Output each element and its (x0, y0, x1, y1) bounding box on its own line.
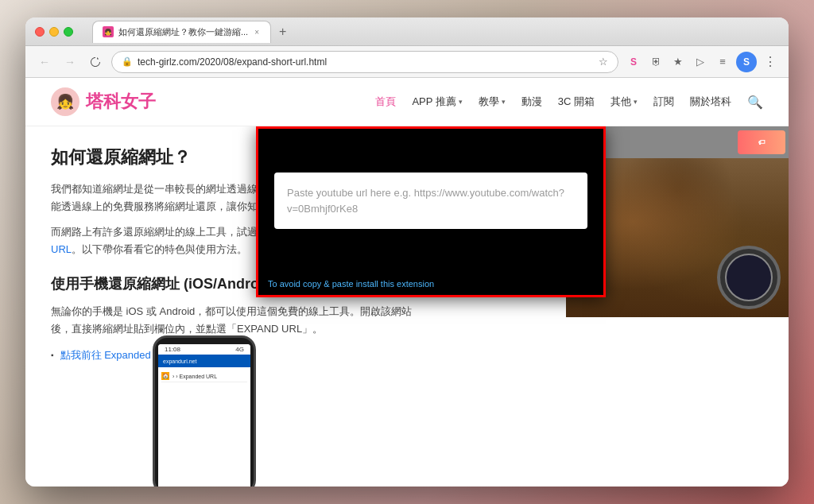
section-para: 無論你的手機是 iOS 或 Android，都可以使用這個免費的線上工具。開啟該… (51, 303, 432, 338)
extension-link[interactable]: To avoid copy & paste install this exten… (268, 279, 434, 289)
forward-button[interactable]: → (60, 52, 79, 72)
site-logo: 👧 塔科女子 (51, 87, 156, 116)
phone-home-row: 🏠 › › Expanded URL (161, 370, 247, 382)
tab-bar: 👧 如何還原縮網址？教你一鍵游縮... × + (92, 21, 291, 43)
popup-footer: To avoid copy & paste install this exten… (258, 273, 603, 295)
star-icon[interactable]: ☆ (599, 56, 608, 68)
nav-3c[interactable]: 3C 開箱 (558, 95, 595, 109)
url-text: tech-girlz.com/2020/08/expand-short-url.… (138, 56, 594, 68)
close-button[interactable] (35, 27, 45, 37)
nav-other[interactable]: 其他 ▾ (610, 95, 638, 109)
popup-input-placeholder[interactable]: Paste youtube url here e.g. https://www.… (287, 185, 575, 216)
reload-button[interactable] (86, 52, 105, 72)
site-header: 👧 塔科女子 首頁 APP 推薦 ▾ 教學 ▾ 動漫 3C 開箱 其他 ▾ 訂閱… (25, 78, 789, 126)
phone-home-icon: 🏠 (161, 372, 169, 380)
nav-anime[interactable]: 動漫 (521, 95, 542, 109)
browser-window: 👧 如何還原縮網址？教你一鍵游縮... × + ← → 🔒 tech-girlz… (25, 17, 789, 487)
phone-signal: 4G (235, 346, 244, 353)
watch-image (717, 246, 781, 309)
phone-screen: 11:08 4G expandurl.net 🏠 › › Expanded UR… (158, 344, 250, 487)
phone-mockup: 11:08 4G expandurl.net 🏠 › › Expanded UR… (153, 335, 256, 487)
nav-tutorial[interactable]: 教學 ▾ (479, 95, 506, 109)
youtube-popup[interactable]: Paste youtube url here e.g. https://www.… (256, 126, 606, 297)
traffic-lights (35, 27, 73, 37)
url-link[interactable]: URL (51, 243, 72, 255)
profile-avatar[interactable]: S (736, 52, 757, 72)
address-bar: ← → 🔒 tech-girlz.com/2020/08/expand-shor… (25, 46, 789, 78)
extensions-icon[interactable]: S (625, 53, 642, 71)
phone-browser-bar: expandurl.net (158, 355, 250, 367)
watch-face (725, 254, 773, 301)
cast-icon[interactable]: ▷ (692, 53, 709, 71)
phone-content: 🏠 › › Expanded URL (158, 367, 250, 389)
lock-icon: 🔒 (122, 56, 133, 67)
nav-subscribe[interactable]: 訂閱 (653, 95, 674, 109)
popup-input-area[interactable]: Paste youtube url here e.g. https://www.… (274, 173, 587, 229)
more-options-button[interactable]: ⋮ (762, 53, 779, 71)
profile-icon[interactable]: ≡ (714, 53, 731, 71)
page-content: 👧 塔科女子 首頁 APP 推薦 ▾ 教學 ▾ 動漫 3C 開箱 其他 ▾ 訂閱… (25, 78, 789, 487)
promo-badge: 🏷 (738, 130, 785, 154)
title-bar: 👧 如何還原縮網址？教你一鍵游縮... × + (25, 17, 789, 46)
url-actions: S ⛨ ★ ▷ ≡ S ⋮ (625, 52, 779, 72)
logo-icon: 👧 (51, 87, 79, 116)
site-nav: 首頁 APP 推薦 ▾ 教學 ▾ 動漫 3C 開箱 其他 ▾ 訂閱 關於塔科 🔍 (375, 95, 763, 110)
back-button[interactable]: ← (35, 52, 54, 72)
tab-title: 如何還原縮網址？教你一鍵游縮... (118, 26, 248, 38)
main-content: 如何還原縮網址？ 我們都知道縮網址是從一串較長的網址透過線上工具將它縮成一段極短… (25, 126, 789, 487)
shield-icon[interactable]: ⛨ (647, 53, 665, 71)
phone-breadcrumb: › › Expanded URL (172, 374, 217, 379)
maximize-button[interactable] (64, 27, 73, 37)
phone-time: 11:08 (165, 346, 180, 353)
tab-favicon: 👧 (103, 26, 114, 37)
active-tab[interactable]: 👧 如何還原縮網址？教你一鍵游縮... × (92, 21, 271, 43)
popup-inner: Paste youtube url here e.g. https://www.… (258, 129, 603, 273)
search-icon[interactable]: 🔍 (747, 95, 763, 110)
logo-text: 塔科女子 (86, 90, 156, 114)
url-bar[interactable]: 🔒 tech-girlz.com/2020/08/expand-short-ur… (111, 51, 618, 73)
bookmark-icon[interactable]: ★ (669, 53, 687, 71)
phone-url: expandurl.net (163, 359, 196, 364)
new-tab-button[interactable]: + (274, 25, 291, 39)
nav-home[interactable]: 首頁 (375, 95, 396, 109)
nav-about[interactable]: 關於塔科 (690, 95, 731, 109)
nav-app[interactable]: APP 推薦 ▾ (412, 95, 462, 109)
phone-status-bar: 11:08 4G (158, 344, 250, 355)
tab-close-icon[interactable]: × (253, 27, 261, 37)
minimize-button[interactable] (49, 27, 59, 37)
